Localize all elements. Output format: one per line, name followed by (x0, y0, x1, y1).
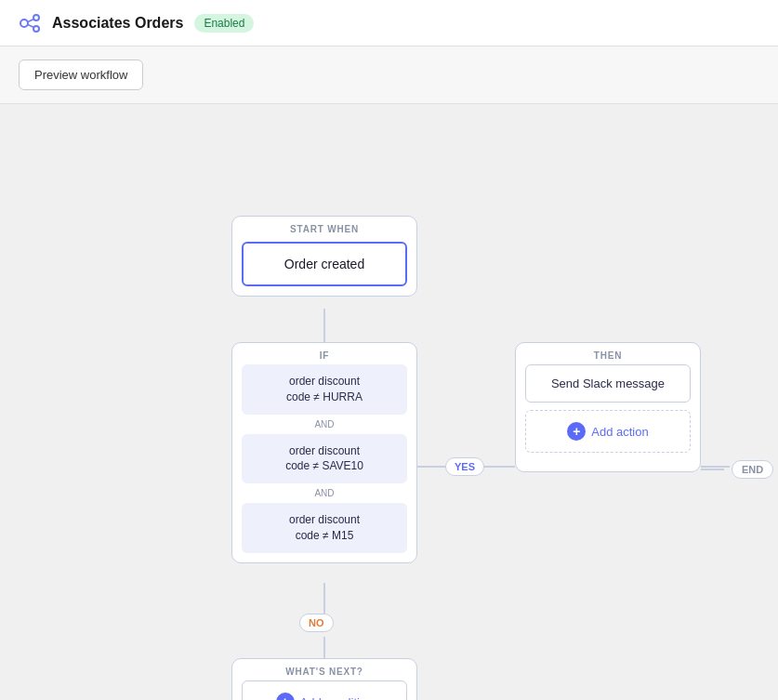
whats-next-label: WHAT'S NEXT? (232, 659, 416, 680)
if-body: order discountcode ≠ HURRA AND order dis… (232, 364, 416, 562)
and-label-1: AND (232, 415, 416, 434)
yes-badge: YES (445, 457, 484, 476)
trigger-node[interactable]: Order created (242, 242, 407, 286)
app-title: Associates Orders (52, 15, 183, 32)
svg-line-3 (28, 19, 34, 21)
if-block: IF order discountcode ≠ HURRA AND order … (231, 342, 417, 563)
svg-point-1 (33, 15, 39, 20)
yes-connector: YES (417, 457, 503, 476)
end-line (701, 469, 724, 470)
workflow-icon (19, 12, 41, 34)
add-condition-button[interactable]: + Add condition (242, 680, 407, 700)
svg-point-0 (20, 20, 28, 27)
end-connector: END (701, 460, 773, 479)
preview-workflow-button[interactable]: Preview workflow (19, 59, 143, 90)
add-condition-label: Add condition (300, 695, 374, 701)
toolbar: Preview workflow (0, 46, 778, 104)
whats-next-body: + Add condition + Add action (232, 680, 416, 700)
add-action-button-then[interactable]: + Add action (525, 410, 691, 453)
if-label: IF (232, 343, 416, 364)
end-badge: END (732, 460, 773, 479)
svg-point-2 (33, 26, 39, 32)
status-badge: Enabled (194, 14, 254, 33)
then-label: THEN (516, 343, 700, 364)
start-when-block: START WHEN Order created (231, 216, 417, 297)
no-badge-container: NO (299, 614, 334, 632)
app-header: Associates Orders Enabled (0, 0, 778, 46)
svg-line-4 (28, 24, 34, 27)
start-when-label: START WHEN (232, 217, 416, 238)
then-body: Send Slack message + Add action (516, 364, 700, 471)
workflow-canvas: START WHEN Order created IF order discou… (0, 104, 778, 700)
and-label-2: AND (232, 483, 416, 503)
condition-3[interactable]: order discountcode ≠ M15 (242, 503, 407, 553)
then-block: THEN Send Slack message + Add action (515, 342, 701, 472)
yes-line-left (417, 466, 445, 468)
condition-2[interactable]: order discountcode ≠ SAVE10 (242, 434, 407, 484)
plus-icon-condition: + (276, 693, 295, 700)
add-action-label-then: Add action (591, 425, 648, 439)
action-send-slack[interactable]: Send Slack message (525, 364, 691, 403)
yes-line-right (484, 466, 503, 468)
whats-next-block: WHAT'S NEXT? + Add condition + Add actio… (231, 658, 417, 700)
plus-icon-then: + (567, 422, 586, 441)
condition-1[interactable]: order discountcode ≠ HURRA (242, 364, 407, 415)
no-badge: NO (299, 614, 334, 632)
